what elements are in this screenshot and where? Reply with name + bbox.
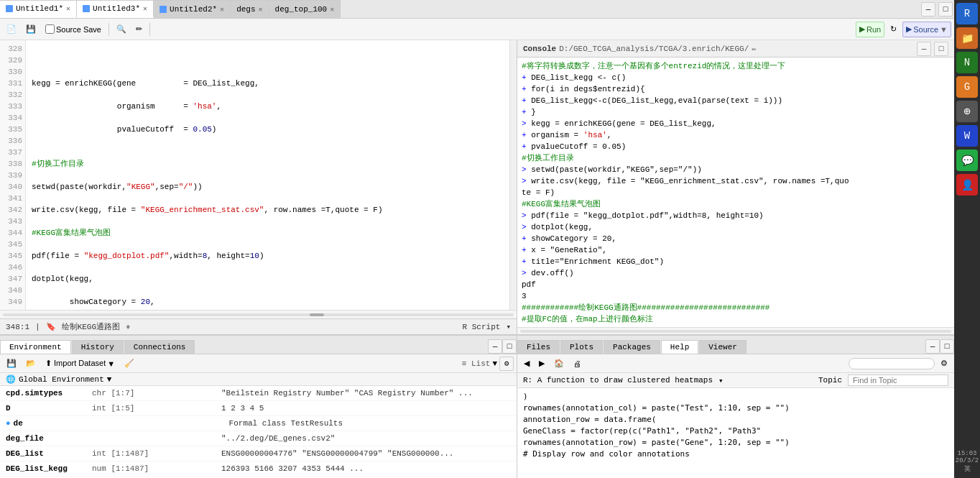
env-load-btn[interactable]: 📂 [22, 356, 40, 372]
tab-help[interactable]: Help [661, 340, 698, 354]
env-panel-tabs: Environment History Connections — □ [0, 336, 517, 354]
tab-close[interactable]: ✕ [66, 4, 70, 13]
console-line: > dev.off() [522, 267, 950, 279]
tab-files[interactable]: Files [517, 340, 560, 354]
help-options-btn[interactable]: ⚙ [937, 356, 951, 372]
help-forward-btn[interactable]: ▶ [535, 356, 548, 372]
save-btn[interactable]: 💾 [22, 22, 40, 37]
env-save-btn[interactable]: 💾 [3, 356, 20, 372]
tab-viewer[interactable]: Viewer [699, 340, 746, 354]
search-btn[interactable]: 🔍 [113, 22, 130, 37]
tab-bar: Untitled1* ✕ Untitled3* ✕ Untitled2* ✕ d… [0, 0, 954, 19]
editor-content[interactable]: 328329330331332 333334335336337 33833934… [0, 40, 517, 310]
help-search-input[interactable] [849, 358, 935, 369]
help-description-bar: R: A function to draw clustered heatmaps… [517, 373, 954, 388]
code-tools-btn[interactable]: ✏ [132, 22, 146, 37]
console-line: > kegg = enrichKEGG(gene = DEG_list_kegg… [522, 118, 950, 129]
code-editor: 328329330331332 333334335336337 33833934… [0, 40, 517, 334]
console-panel: Console D:/GEO_TCGA_analysis/TCGA/3.enri… [517, 40, 954, 334]
tab-close2[interactable]: ✕ [143, 4, 147, 13]
console-line: te = F) [522, 187, 950, 198]
console-line: > pdf(file = "kegg_dotplot.pdf",width=8,… [522, 210, 950, 221]
console-line: #提取FC的值，在map上进行颜色标注 [522, 313, 950, 325]
env-row-cpd: cpd.simtypes chr [1:7] "Beilstein Regist… [0, 386, 517, 401]
help-print-btn[interactable]: 🖨 [570, 356, 585, 372]
tab-icon [6, 5, 13, 12]
console-line: pdf [522, 279, 950, 290]
n-icon[interactable]: N [956, 52, 978, 73]
tab-close3[interactable]: ✕ [220, 5, 224, 14]
toolbar-sep1 [108, 23, 109, 36]
rerun-btn[interactable]: ↻ [887, 22, 900, 37]
find-in-topic-input[interactable] [848, 374, 948, 386]
tab-untitled3-active[interactable]: Untitled3* ✕ [77, 0, 154, 18]
console-line: + DEG_list_kegg<-c(DEG_list_kegg,eval(pa… [522, 95, 950, 106]
help-code-content: ) rownames(annotation_col) = paste("Test… [523, 391, 948, 460]
maximize-editor-btn[interactable]: □ [938, 2, 953, 17]
console-line: > dotplot(kegg, [522, 221, 950, 233]
console-line: + x = "GeneRatio", [522, 244, 950, 256]
folder-icon[interactable]: 📁 [956, 27, 978, 49]
minimize-editor-btn[interactable]: — [921, 2, 935, 17]
g-icon[interactable]: G [956, 76, 978, 98]
right-sidebar: R 📁 N G ⊕ W 💬 👤 15:03 20/3/2 英 [954, 0, 980, 478]
console-line: + pvalueCutoff = 0.05) [522, 141, 950, 152]
env-maximize-btn[interactable]: □ [502, 339, 517, 354]
global-env-selector[interactable]: 🌐 Global Environment ▼ [0, 373, 517, 386]
console-line: + organism = 'hsa', [522, 129, 950, 141]
env-row-de: ● de Formal class TestResults [0, 416, 517, 431]
tab-close4[interactable]: ✕ [259, 5, 263, 14]
chat-icon[interactable]: 💬 [956, 150, 978, 171]
user-icon[interactable]: 👤 [956, 174, 978, 196]
env-options-btn[interactable]: ⚙ [499, 357, 514, 371]
tab-close5[interactable]: ✕ [330, 5, 334, 14]
help-content: ) rownames(annotation_col) = paste("Test… [517, 388, 954, 478]
console-line: 3 [522, 290, 950, 302]
console-maximize-btn[interactable]: □ [934, 42, 948, 56]
run-btn[interactable]: ▶ Run [856, 22, 884, 37]
console-line: ############绘制KEGG通路图###################… [522, 302, 950, 313]
help-back-btn[interactable]: ◀ [520, 356, 533, 372]
tab-icon2 [83, 5, 90, 12]
code-content[interactable]: kegg = enrichKEGG(gene = DEG_list_kegg, … [26, 40, 509, 310]
source-btn[interactable]: ▶ Source ▼ [902, 22, 951, 37]
tab-deg-top[interactable]: deg_top_100 ✕ [269, 0, 341, 18]
tab-untitled3[interactable]: Untitled1* ✕ [0, 0, 77, 18]
env-clear-btn[interactable]: 🧹 [121, 356, 138, 372]
editor-scrollbar[interactable] [509, 40, 517, 310]
env-row-deglistkegg: DEG_list_kegg num [1:1487] 126393 5166 3… [0, 461, 517, 477]
source-save-btn[interactable]: Source Save [42, 22, 105, 37]
console-line: + DEG_list_kegg <- c() [522, 72, 950, 83]
console-line: > write.csv(kegg, file = "KEGG_enrichmen… [522, 175, 950, 187]
tab-plots[interactable]: Plots [560, 340, 603, 354]
console-line: #切换工作目录 [522, 152, 950, 164]
files-maximize-btn[interactable]: □ [940, 339, 954, 354]
help-home-btn[interactable]: 🏠 [550, 356, 568, 372]
files-minimize-btn[interactable]: — [925, 339, 940, 354]
tab-environment[interactable]: Environment [0, 340, 71, 354]
env-minimize-btn[interactable]: — [488, 339, 502, 354]
console-line: + } [522, 106, 950, 118]
env-panel: Environment History Connections — □ 💾 📂 [0, 336, 517, 478]
chrome-icon[interactable]: ⊕ [956, 101, 978, 122]
new-file-btn[interactable]: 📄 [3, 22, 20, 37]
env-toolbar: 💾 📂 ⬆ Import Dataset ▼ 🧹 ≡ List ▼ ⚙ [0, 354, 517, 373]
tab-history[interactable]: History [72, 340, 124, 354]
tab-packages[interactable]: Packages [604, 340, 660, 354]
tab-untitled2[interactable]: Untitled2* ✕ [154, 0, 231, 18]
editor-status: 348:1 | 🔖 绘制KEGG通路图 ♦ R Script ▾ [0, 318, 517, 334]
source-checkbox[interactable] [45, 24, 55, 34]
console-line: #KEGG富集结果气泡图 [522, 198, 950, 210]
r-studio-icon[interactable]: R [956, 3, 978, 24]
tab-connections[interactable]: Connections [124, 340, 195, 354]
console-minimize-btn[interactable]: — [917, 42, 931, 56]
tab-icon3 [160, 6, 167, 13]
tab-degs[interactable]: degs ✕ [231, 0, 269, 18]
import-dataset-btn[interactable]: ⬆ Import Dataset ▼ [42, 356, 119, 372]
console-body[interactable]: #将字符转换成数字，注意一个基因有多个entrezid的情况，这里处理一下 + … [517, 58, 954, 327]
files-toolbar: ◀ ▶ 🏠 🖨 ⚙ [517, 354, 954, 373]
w-icon[interactable]: W [956, 125, 978, 147]
console-line: + showCategory = 20, [522, 233, 950, 244]
editor-toolbar: 📄 💾 Source Save 🔍 ✏ ▶ Run ↻ ▶ Source ▼ [0, 19, 954, 40]
files-panel-tabs: Files Plots Packages Help Viewer — □ [517, 336, 954, 354]
